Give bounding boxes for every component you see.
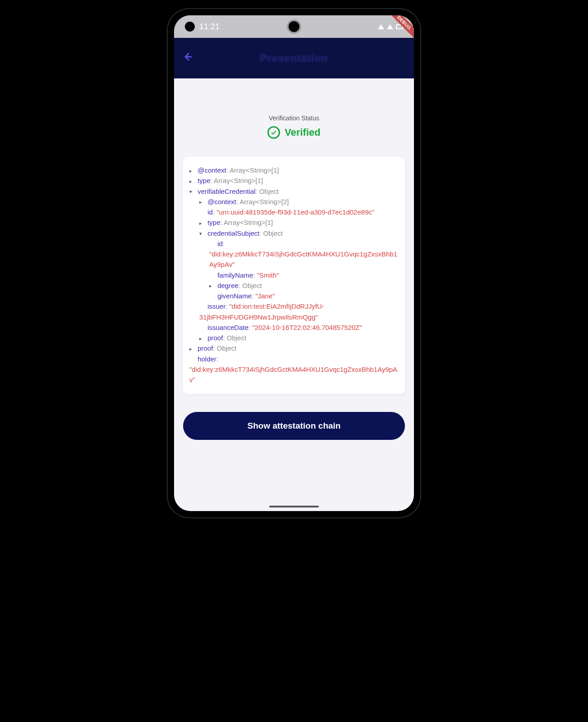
- json-node-holder: holder: "did:key:z6MkkcT734iSjhGdcGctKMA…: [189, 354, 399, 385]
- phone-frame: 11:21 DEBUG Presentation Verification St…: [168, 9, 420, 517]
- verification-status-block: Verification Status Verified: [183, 114, 405, 139]
- wifi-icon: [378, 24, 384, 29]
- verification-status-value: Verified: [285, 127, 320, 138]
- verification-status-label: Verification Status: [183, 114, 405, 122]
- chevron-down-icon: [189, 188, 195, 196]
- json-node-cs-degree[interactable]: degree: Object: [209, 280, 399, 291]
- json-node-verifiable-credential[interactable]: verifiableCredential: Object: [189, 186, 399, 196]
- json-node-proof[interactable]: proof: Object: [189, 343, 399, 353]
- status-indicators: [378, 24, 403, 29]
- home-indicator[interactable]: [269, 506, 319, 507]
- json-node-cs-id: id: "did:key:z6MkkcT734iSjhGdcGctKMA4HXU…: [209, 238, 399, 270]
- json-node-vc-issuance-date: issuanceDate: "2024-10-16T22:02:46.70485…: [199, 322, 399, 333]
- chevron-right-icon: [199, 219, 205, 227]
- json-node-vc-context[interactable]: @context: Array<String>[2]: [199, 196, 399, 207]
- front-camera-icon: [289, 21, 299, 32]
- json-node-type[interactable]: type: Array<String>[1]: [189, 175, 399, 186]
- chevron-right-icon: [199, 198, 205, 206]
- arrow-left-icon: [182, 51, 193, 62]
- json-node-vc-id: id: "urn:uuid:481935de-f93d-11ed-a309-d7…: [199, 207, 399, 217]
- json-node-vc-proof[interactable]: proof: Object: [199, 333, 399, 343]
- app-bar: Presentation: [174, 38, 414, 78]
- main-content: Verification Status Verified @context: A…: [174, 78, 414, 453]
- back-button[interactable]: [182, 51, 200, 65]
- chevron-right-icon: [199, 335, 205, 343]
- chevron-right-icon: [209, 282, 215, 290]
- chevron-down-icon: [199, 230, 205, 238]
- status-bar: 11:21 DEBUG: [174, 15, 414, 38]
- signal-icon: [387, 24, 393, 29]
- chevron-right-icon: [189, 345, 195, 353]
- chevron-right-icon: [189, 178, 195, 185]
- json-node-cs-given-name: givenName: "Jane": [209, 291, 399, 301]
- json-tree-card: @context: Array<String>[1] type: Array<S…: [183, 157, 405, 394]
- json-node-credential-subject[interactable]: credentialSubject: Object: [199, 228, 399, 238]
- status-time: 11:21: [199, 22, 220, 32]
- json-node-cs-family-name: familyName: "Smith": [209, 270, 399, 280]
- json-node-vc-issuer: issuer: "did:ion:test:EiA2mfIjDdRJJyfU-3…: [199, 301, 399, 322]
- json-node-vc-type[interactable]: type: Array<String>[1]: [199, 217, 399, 228]
- chevron-right-icon: [189, 167, 195, 175]
- show-attestation-chain-button[interactable]: Show attestation chain: [183, 412, 405, 440]
- phone-screen: 11:21 DEBUG Presentation Verification St…: [174, 15, 414, 511]
- page-title: Presentation: [174, 52, 414, 64]
- check-circle-icon: [267, 126, 280, 139]
- json-node-context[interactable]: @context: Array<String>[1]: [189, 165, 399, 175]
- status-camera-cutout-left: [185, 22, 195, 32]
